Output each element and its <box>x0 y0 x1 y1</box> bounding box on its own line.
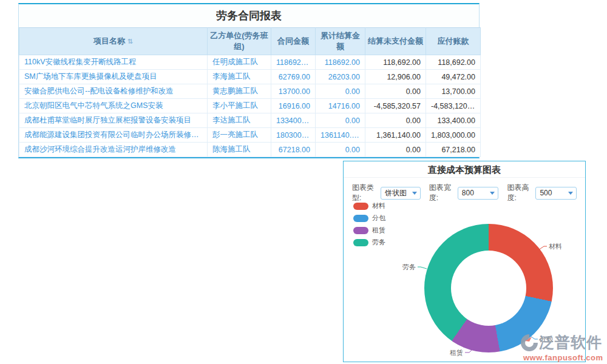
watermark-name: 泛普软件 <box>539 332 602 352</box>
table-row: SM广场地下车库更换摄像机及硬盘项目 李海施工队 62769.00 26203.… <box>19 70 481 84</box>
unpaid-amount-cell: 0.00 <box>365 113 426 128</box>
project-name-cell[interactable]: 成都杜甫草堂临时展厅独立展柜报警设备安装项目 <box>19 113 208 128</box>
payable-cell: -4,583,120.57 <box>426 99 481 113</box>
contractor-unit-cell: 李达施工队 <box>208 113 271 128</box>
project-name-cell[interactable]: 成都沙河环境综合提升改造运河护岸维修改造 <box>19 143 208 157</box>
payable-cell: 49,472.00 <box>426 70 481 84</box>
chart-height-value: 500 <box>540 189 552 197</box>
payable-cell: 1,803,000.00 <box>426 128 481 143</box>
table-row: 成都杜甫草堂临时展厅独立展柜报警设备安装项目 李达施工队 133400.00 0… <box>19 113 481 128</box>
fanpu-logo-icon <box>520 333 539 352</box>
settled-amount-cell: 0.00 <box>316 143 365 157</box>
contract-amount-cell: 133400.00 <box>271 113 316 128</box>
table-row: 安徽合肥供电公司--配电设备检修维护和改造 黄志鹏施工队 13700.00 0.… <box>19 84 481 99</box>
chart-width-control: 图表宽度: 800 <box>429 183 499 203</box>
project-name-cell[interactable]: 北京朝阳区电气中芯特气系统之GMS安装 <box>19 99 208 113</box>
chart-height-select[interactable]: 500 <box>535 187 577 200</box>
payable-cell: 67,218.00 <box>426 143 481 157</box>
report-table-body: 110kV安徽线程集变开断线路工程 任明成施工队 118692.00 11869… <box>19 55 481 157</box>
contractor-unit-cell: 李小平施工队 <box>208 99 271 113</box>
sort-icon[interactable]: ⇅ <box>127 38 133 45</box>
contractor-unit-cell: 李海施工队 <box>208 70 271 84</box>
contractor-unit-cell: 彭一亮施工队 <box>208 128 271 143</box>
unpaid-amount-cell: 1,361,140.00 <box>365 128 426 143</box>
settled-amount-cell: 1361140.00 <box>316 128 365 143</box>
project-name-cell[interactable]: 安徽合肥供电公司--配电设备检修维护和改造 <box>19 84 208 99</box>
report-table: 项目名称⇅ 乙方单位(劳务班组) 合同金额 累计结算金额 结算未支付金额 应付账… <box>19 27 481 157</box>
table-row: 110kV安徽线程集变开断线路工程 任明成施工队 118692.00 11869… <box>19 55 481 70</box>
chart-height-label: 图表高度: <box>507 183 533 203</box>
watermark-url: www.fanpusoft.com <box>523 353 607 362</box>
chevron-down-icon <box>568 192 573 195</box>
legend-item[interactable]: 材料 <box>353 201 385 211</box>
project-name-cell[interactable]: SM广场地下车库更换摄像机及硬盘项目 <box>19 70 208 84</box>
pie-label-lease: 租赁 <box>450 349 463 356</box>
contract-amount-cell: 67218.00 <box>271 143 316 157</box>
legend-label: 租赁 <box>372 226 385 235</box>
chart-legend: 材料 分包 租赁 劳务 <box>353 201 385 250</box>
labor-contract-report-card: 劳务合同报表 项目名称⇅ 乙方单位(劳务班组) 合同金额 累计结算金额 结算未支… <box>18 3 480 158</box>
settled-amount-cell: 14716.00 <box>316 99 365 113</box>
contract-amount-cell: 13700.00 <box>271 84 316 99</box>
contractor-unit-cell: 任明成施工队 <box>208 55 271 70</box>
payable-cell: 133,400.00 <box>426 113 481 128</box>
legend-item[interactable]: 租赁 <box>353 226 385 235</box>
chart-type-select[interactable]: 饼状图 <box>381 187 421 200</box>
chart-type-value: 饼状图 <box>385 189 407 197</box>
legend-item[interactable]: 劳务 <box>353 238 385 247</box>
column-header-unpaid-amount: 结算未支付金额 <box>365 28 426 55</box>
table-row: 成都能源建设集团投资有限公司临时办公场所装修改造工程EPC 彭一亮施工队 180… <box>19 128 481 143</box>
legend-swatch <box>353 203 368 210</box>
chart-width-select[interactable]: 800 <box>458 187 499 200</box>
legend-swatch <box>353 239 368 246</box>
unpaid-amount-cell: -4,585,320.57 <box>365 99 426 113</box>
settled-amount-cell: 26203.00 <box>316 70 365 84</box>
column-label: 项目名称 <box>93 36 125 46</box>
unpaid-amount-cell: 118,692.00 <box>365 55 426 70</box>
unpaid-amount-cell: 0.00 <box>365 84 426 99</box>
unpaid-amount-cell: 12,906.00 <box>365 70 426 84</box>
report-header-row: 项目名称⇅ 乙方单位(劳务班组) 合同金额 累计结算金额 结算未支付金额 应付账… <box>19 28 481 55</box>
column-header-contract-amount: 合同金额 <box>271 28 316 55</box>
contractor-unit-cell: 黄志鹏施工队 <box>208 84 271 99</box>
unpaid-amount-cell: 0.00 <box>365 143 426 157</box>
payable-cell: 118,692.00 <box>426 55 481 70</box>
column-header-contractor-unit: 乙方单位(劳务班组) <box>208 28 271 55</box>
table-row: 成都沙河环境综合提升改造运河护岸维修改造 陈海施工队 67218.00 0.00… <box>19 143 481 157</box>
contract-amount-cell: 1803000.00 <box>271 128 316 143</box>
chart-type-control: 图表类型: 饼状图 <box>352 183 421 203</box>
project-name-cell[interactable]: 成都能源建设集团投资有限公司临时办公场所装修改造工程EPC <box>19 128 208 143</box>
contract-amount-cell: 62769.00 <box>271 70 316 84</box>
contract-amount-cell: 118692.00 <box>271 55 316 70</box>
chevron-down-icon <box>412 192 417 195</box>
chart-type-label: 图表类型: <box>352 183 378 203</box>
column-header-settled-amount: 累计结算金额 <box>316 28 365 55</box>
contract-amount-cell: 16916.00 <box>271 99 316 113</box>
payable-cell: 13,700.00 <box>426 84 481 99</box>
chart-width-value: 800 <box>462 189 474 197</box>
legend-swatch <box>353 227 368 234</box>
pie-label-material: 材料 <box>549 243 562 250</box>
legend-label: 材料 <box>372 201 385 211</box>
pie-label-labor: 劳务 <box>402 263 416 271</box>
settled-amount-cell: 0.00 <box>316 113 365 128</box>
chart-height-control: 图表高度: 500 <box>507 183 577 203</box>
table-row: 北京朝阳区电气中芯特气系统之GMS安装 李小平施工队 16916.00 1471… <box>19 99 481 113</box>
chart-panel-title: 直接成本预算图表 <box>344 161 585 178</box>
legend-label: 分包 <box>372 214 385 223</box>
legend-label: 劳务 <box>372 238 385 247</box>
column-header-payable: 应付账款 <box>426 28 481 55</box>
column-header-project-name[interactable]: 项目名称⇅ <box>19 28 208 55</box>
legend-item[interactable]: 分包 <box>353 214 385 223</box>
contractor-unit-cell: 陈海施工队 <box>208 143 271 157</box>
settled-amount-cell: 0.00 <box>316 84 365 99</box>
chevron-down-icon <box>490 192 495 195</box>
legend-swatch <box>353 215 368 222</box>
chart-width-label: 图表宽度: <box>429 183 455 203</box>
watermark: 泛普软件 www.fanpusoft.com <box>520 332 607 362</box>
project-name-cell[interactable]: 110kV安徽线程集变开断线路工程 <box>19 55 208 70</box>
settled-amount-cell: 118692.00 <box>316 55 365 70</box>
report-title: 劳务合同报表 <box>19 4 479 27</box>
